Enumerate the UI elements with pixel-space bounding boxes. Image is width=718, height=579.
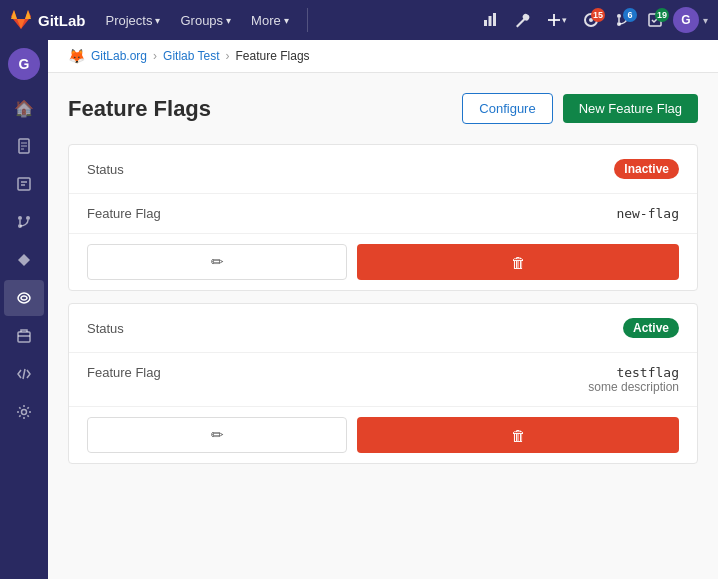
svg-point-18 [18, 216, 22, 220]
breadcrumb-sep-2: › [226, 49, 230, 63]
breadcrumb-org[interactable]: GitLab.org [91, 49, 147, 63]
sidebar-item-cicd[interactable] [4, 242, 44, 278]
todo-icon-btn[interactable]: 19 [641, 8, 669, 32]
delete-flag-button-0[interactable]: 🗑 [357, 244, 679, 280]
mr-badge: 6 [623, 8, 637, 22]
gitlab-fox-icon: 🦊 [68, 48, 85, 64]
flag-card-1: Status Active Feature Flag testflag some… [68, 303, 698, 464]
page-header: Feature Flags Configure New Feature Flag [68, 93, 698, 124]
svg-point-24 [22, 410, 27, 415]
mr-icon-btn[interactable]: 6 [609, 8, 637, 32]
sidebar-item-mr[interactable] [4, 204, 44, 240]
issues-icon-btn[interactable]: 15 [577, 8, 605, 32]
svg-rect-0 [484, 20, 487, 26]
flag-status-row-1: Status Active [69, 304, 697, 353]
main-layout: G 🏠 🦊 GitLab.org [0, 40, 718, 579]
delete-flag-button-1[interactable]: 🗑 [357, 417, 679, 453]
header-actions: Configure New Feature Flag [462, 93, 698, 124]
chevron-down-icon: ▾ [226, 15, 231, 26]
sidebar-item-home[interactable]: 🏠 [4, 90, 44, 126]
wrench-icon-btn[interactable] [508, 8, 536, 32]
issues-badge: 15 [591, 8, 605, 22]
sidebar-item-settings[interactable] [4, 394, 44, 430]
flag-name-label-1: Feature Flag [87, 365, 161, 380]
flag-card-0: Status Inactive Feature Flag new-flag ✏ … [68, 144, 698, 291]
sidebar-item-operations[interactable] [4, 280, 44, 316]
svg-rect-1 [489, 16, 492, 26]
topnav: GitLab Projects ▾ Groups ▾ More ▾ ▾ 15 6 [0, 0, 718, 40]
page-title: Feature Flags [68, 96, 211, 122]
chart-icon-btn[interactable] [476, 8, 504, 32]
svg-rect-15 [18, 178, 30, 190]
sidebar-item-issues[interactable] [4, 166, 44, 202]
svg-rect-2 [493, 13, 496, 26]
flag-status-row-0: Status Inactive [69, 145, 697, 194]
chevron-down-icon: ▾ [562, 15, 567, 25]
chevron-down-icon: ▾ [284, 15, 289, 26]
breadcrumb-current: Feature Flags [236, 49, 310, 63]
flag-description-1: some description [588, 380, 679, 394]
nav-divider [307, 8, 308, 32]
chevron-down-icon: ▾ [155, 15, 160, 26]
svg-point-19 [26, 216, 30, 220]
configure-button[interactable]: Configure [462, 93, 552, 124]
flag-actions-1: ✏ 🗑 [69, 407, 697, 463]
todo-badge: 19 [655, 8, 669, 22]
sidebar-item-snippets[interactable] [4, 356, 44, 392]
status-label-0: Status [87, 162, 124, 177]
gitlab-logo[interactable]: GitLab [10, 9, 86, 31]
sidebar-item-packages[interactable] [4, 318, 44, 354]
main-content: 🦊 GitLab.org › Gitlab Test › Feature Fla… [48, 40, 718, 579]
topnav-right: ▾ 15 6 19 G ▾ [476, 7, 708, 33]
new-feature-flag-button[interactable]: New Feature Flag [563, 94, 698, 123]
avatar-chevron-icon: ▾ [703, 15, 708, 26]
status-badge-0: Inactive [614, 159, 679, 179]
sidebar-item-repository[interactable] [4, 128, 44, 164]
flag-name-label-0: Feature Flag [87, 206, 161, 221]
nav-projects[interactable]: Projects ▾ [98, 9, 169, 32]
flag-name-value-0: new-flag [616, 206, 679, 221]
pencil-icon: ✏ [211, 426, 224, 444]
svg-rect-4 [548, 19, 560, 21]
pencil-icon: ✏ [211, 253, 224, 271]
trash-icon: 🗑 [511, 254, 526, 271]
nav-more[interactable]: More ▾ [243, 9, 297, 32]
trash-icon: 🗑 [511, 427, 526, 444]
svg-line-23 [23, 369, 25, 379]
sidebar: G 🏠 [0, 40, 48, 579]
plus-icon-btn[interactable]: ▾ [540, 8, 573, 32]
edit-flag-button-0[interactable]: ✏ [87, 244, 347, 280]
page-content: Feature Flags Configure New Feature Flag… [48, 73, 718, 496]
edit-flag-button-1[interactable]: ✏ [87, 417, 347, 453]
breadcrumb-sep-1: › [153, 49, 157, 63]
status-label-1: Status [87, 321, 124, 336]
flag-name-value-1: testflag [588, 365, 679, 380]
sidebar-avatar[interactable]: G [8, 48, 40, 80]
nav-groups[interactable]: Groups ▾ [172, 9, 239, 32]
brand-name: GitLab [38, 12, 86, 29]
svg-rect-21 [18, 332, 30, 342]
breadcrumb: 🦊 GitLab.org › Gitlab Test › Feature Fla… [48, 40, 718, 73]
svg-point-7 [617, 14, 621, 18]
breadcrumb-project[interactable]: Gitlab Test [163, 49, 219, 63]
flag-name-row-0: Feature Flag new-flag [69, 194, 697, 234]
flag-actions-0: ✏ 🗑 [69, 234, 697, 290]
user-avatar[interactable]: G [673, 7, 699, 33]
flag-name-row-1: Feature Flag testflag some description [69, 353, 697, 407]
status-badge-1: Active [623, 318, 679, 338]
